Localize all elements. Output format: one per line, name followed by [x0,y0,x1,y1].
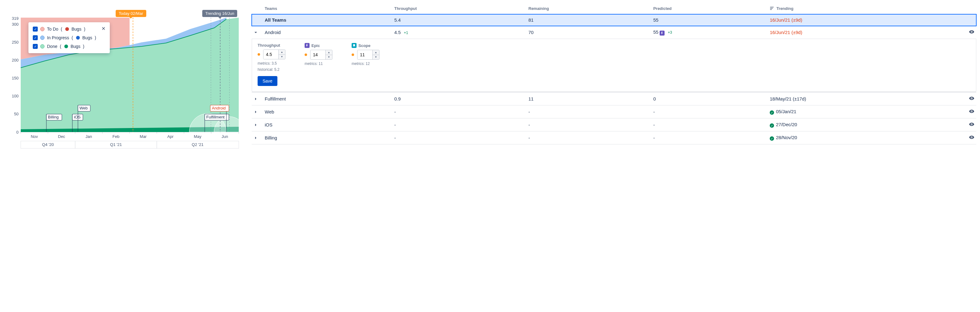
cell-trending: 16/Jun/21 (±9d) [767,14,965,26]
row-android[interactable]: Android 4.5 +1 70 55 +3 16/Jun/21 (±9d) [252,26,976,39]
svg-text:iOS: iOS [74,115,81,119]
svg-text:100: 100 [12,94,19,98]
eye-icon[interactable] [969,97,974,102]
field-scope: Scope ▲▼ metrics: 12 [352,43,389,72]
cell-remaining: - [525,105,650,118]
step-up-icon[interactable]: ▲ [373,50,379,55]
epic-icon [305,43,310,48]
col-visibility [965,4,976,14]
throughput-stepper[interactable]: ▲▼ [263,49,285,59]
chevron-down-icon[interactable] [253,30,259,35]
cell-team: Billing [262,131,391,145]
checkbox-icon[interactable]: ✓ [33,35,38,40]
eye-icon[interactable] [969,30,974,35]
legend-label: Done [47,44,57,49]
eye-icon[interactable] [969,110,974,115]
svg-text:250: 250 [12,40,19,45]
cell-team: iOS [262,118,391,131]
col-throughput[interactable]: Throughput [391,4,525,14]
table-row[interactable]: Web---✓05/Jan/21 [252,105,976,118]
cell-predicted: 0 [650,92,767,105]
cell-trending: ✓27/Dec/20 [767,118,965,131]
step-up-icon[interactable]: ▲ [278,50,285,55]
sort-icon [770,6,774,11]
cell-trending: 18/May/21 (±17d) [767,92,965,105]
trending-banner[interactable]: Trending 16/Jun [202,10,237,17]
save-button[interactable]: Save [258,76,277,86]
svg-text:Android: Android [212,106,226,110]
field-label: Throughput [258,43,295,48]
cell-throughput: 5.4 [391,14,525,26]
cell-throughput: - [391,118,525,131]
cell-throughput: 4.5 +1 [391,26,525,39]
cell-team: Web [262,105,391,118]
legend-label: In Progress [47,35,69,40]
cell-remaining: 11 [525,92,650,105]
step-down-icon[interactable]: ▼ [278,55,285,59]
legend-item-done[interactable]: ✓ Done ( Bugs ) [33,44,96,49]
scope-stepper[interactable]: ▲▼ [357,50,379,60]
svg-text:200: 200 [12,58,19,62]
chevron-right-icon[interactable] [253,122,259,128]
cell-throughput: - [391,105,525,118]
cell-throughput: 0.9 [391,92,525,105]
step-down-icon[interactable]: ▼ [326,55,332,60]
chart-legend: ✕ ✓ To Do ( Bugs ) ✓ In Progress ( Bugs … [29,22,110,53]
check-icon: ✓ [770,123,774,128]
chevron-right-icon[interactable] [253,109,259,115]
scope-input[interactable] [358,50,372,59]
chevron-right-icon[interactable] [253,135,259,141]
field-throughput: Throughput ▲▼ metrics: 3.5 historica [258,43,295,72]
table-row[interactable]: Fulfillment0.911018/May/21 (±17d) [252,92,976,105]
legend-item-inprogress[interactable]: ✓ In Progress ( Bugs ) [33,35,96,40]
cell-remaining: - [525,131,650,145]
legend-bugs-label: Bugs [72,27,81,32]
override-indicator-icon [258,53,260,56]
cell-team: All Teams [262,14,391,26]
delta-up: +1 [404,30,408,35]
step-down-icon[interactable]: ▼ [373,55,379,60]
col-predicted[interactable]: Predicted [650,4,767,14]
chevron-right-icon[interactable] [253,96,259,102]
eye-icon[interactable] [969,123,974,128]
col-remaining[interactable]: Remaining [525,4,650,14]
check-icon: ✓ [770,110,774,115]
legend-bugs-label: Bugs [70,44,80,49]
legend-label: To Do [47,27,59,32]
checkbox-icon[interactable]: ✓ [33,27,38,32]
table-row[interactable]: Billing---✓28/Nov/20 [252,131,976,145]
eye-icon[interactable] [969,136,974,141]
col-trending[interactable]: Trending [767,4,965,14]
svg-text:Nov: Nov [30,134,38,139]
cell-team: Fulfillment [262,92,391,105]
table-row[interactable]: iOS---✓27/Dec/20 [252,118,976,131]
svg-text:300: 300 [12,22,19,27]
cell-remaining: 70 [525,26,650,39]
step-up-icon[interactable]: ▲ [326,50,332,55]
svg-text:Fulfillment: Fulfillment [206,115,225,119]
swatch-inprogress-bugs [76,36,80,40]
cell-trending: ✓28/Nov/20 [767,131,965,145]
throughput-input[interactable] [264,50,278,59]
swatch-inprogress [40,35,45,40]
svg-text:Jun: Jun [222,134,228,139]
scope-icon [352,43,356,48]
row-all-teams[interactable]: All Teams 5.4 81 55 16/Jun/21 (±9d) [252,14,976,26]
check-icon: ✓ [770,136,774,141]
epic-stepper[interactable]: ▲▼ [310,50,332,60]
close-icon[interactable]: ✕ [100,25,107,32]
cell-trending: ✓05/Jan/21 [767,105,965,118]
svg-text:Q4 '20: Q4 '20 [42,142,54,147]
col-teams[interactable]: Teams [262,4,391,14]
col-expander [252,4,262,14]
cell-remaining: - [525,118,650,131]
legend-bugs-label: Bugs [82,35,92,40]
epic-input[interactable] [310,50,325,59]
checkbox-icon[interactable]: ✓ [33,44,38,49]
override-indicator-icon [305,54,307,56]
swatch-done [40,44,45,49]
svg-text:Mar: Mar [140,134,147,139]
x-axis-months: Nov Dec Jan Feb Mar Apr May Jun [21,132,239,139]
legend-item-todo[interactable]: ✓ To Do ( Bugs ) [33,27,96,32]
svg-text:Dec: Dec [58,134,65,139]
